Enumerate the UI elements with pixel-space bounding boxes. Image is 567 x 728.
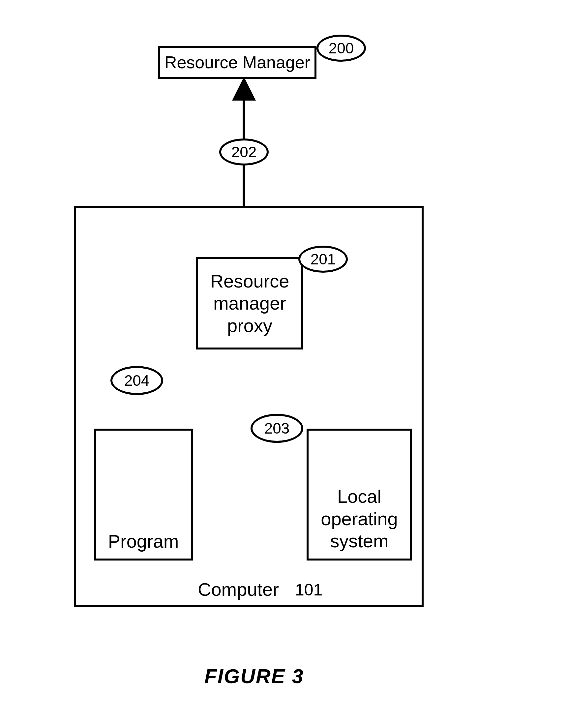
program-label: Program xyxy=(108,531,179,552)
box-resource-manager-proxy: Resource manager proxy xyxy=(196,257,303,349)
ref-201-text: 201 xyxy=(311,250,336,268)
box-local-os: Local operating system xyxy=(307,429,412,561)
ref-oval-200: 200 xyxy=(316,35,366,62)
proxy-line1: Resource xyxy=(210,270,289,292)
local-os-line1: Local xyxy=(321,485,398,507)
ref-203-text: 203 xyxy=(264,419,290,437)
ref-oval-201: 201 xyxy=(298,246,348,273)
proxy-line2: manager xyxy=(210,292,289,314)
box-resource-manager: Resource Manager xyxy=(158,46,316,79)
computer-label: Computer xyxy=(198,579,279,600)
diagram-canvas: Resource Manager 200 202 Computer 101 Re… xyxy=(0,0,567,728)
local-os-line2: operating xyxy=(321,508,398,530)
ref-202-text: 202 xyxy=(231,143,257,161)
proxy-label-wrap: Resource manager proxy xyxy=(210,270,289,337)
ref-oval-202: 202 xyxy=(219,138,269,166)
local-os-label-wrap: Local operating system xyxy=(321,485,398,552)
proxy-line3: proxy xyxy=(210,315,289,337)
ref-oval-204: 204 xyxy=(110,366,163,395)
ref-204-text: 204 xyxy=(124,372,150,389)
figure-caption: FIGURE 3 xyxy=(204,664,304,688)
box-program: Program xyxy=(94,429,193,561)
ref-200-text: 200 xyxy=(329,39,354,57)
box-resource-manager-label: Resource Manager xyxy=(164,53,310,73)
computer-ref: 101 xyxy=(295,580,322,599)
local-os-line3: system xyxy=(321,530,398,552)
ref-oval-203: 203 xyxy=(251,414,303,443)
